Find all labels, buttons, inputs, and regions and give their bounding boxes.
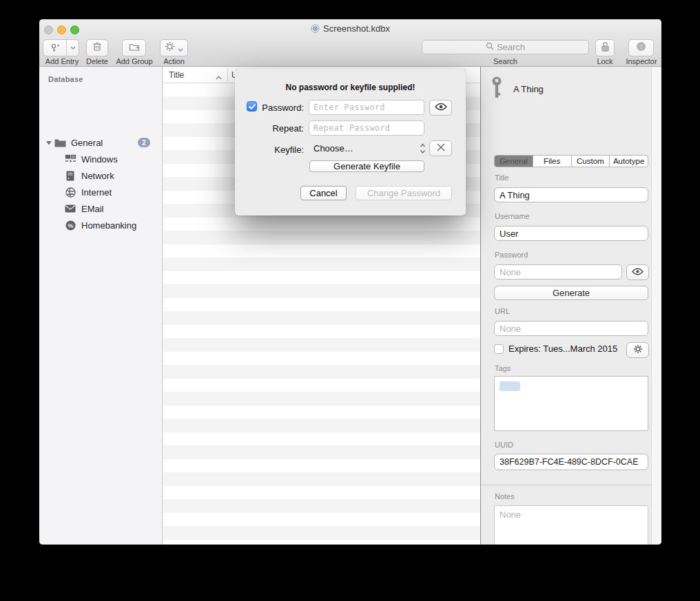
sidebar-item-email[interactable]: EMail (39, 202, 162, 215)
sort-ascending-icon[interactable] (216, 72, 222, 82)
title-label: Title (495, 173, 508, 182)
action-button[interactable] (160, 39, 188, 56)
expires-row: Expires: Tues...March 2015 (494, 344, 617, 354)
key-plus-icon (43, 43, 66, 54)
search-input[interactable]: Search (422, 40, 589, 54)
sidebar-item-label: Internet (81, 187, 112, 198)
envelope-icon (64, 204, 76, 213)
close-x-icon (437, 143, 445, 154)
generate-keyfile-button[interactable]: Generate Keyfile (309, 160, 424, 172)
sidebar-item-network[interactable]: Network (39, 169, 162, 182)
dialog-repeat-label: Repeat: (258, 123, 304, 134)
keyfile-popup[interactable]: Choose… (313, 143, 353, 154)
add-group-button[interactable] (122, 39, 146, 56)
url-field[interactable]: None (494, 321, 648, 336)
sidebar-item-label: Windows (81, 154, 118, 165)
enter-password-placeholder: Enter Password (313, 103, 385, 112)
clear-keyfile-button[interactable] (429, 140, 452, 156)
notes-field[interactable]: None (494, 505, 648, 545)
add-entry-caption: Add Entry (43, 57, 81, 65)
sidebar-item-label: General (71, 138, 103, 148)
show-password-button[interactable] (626, 264, 649, 280)
gear-icon (165, 41, 175, 54)
entry-header: A Thing (490, 76, 544, 102)
window-title-text: Screenshot.kdbx (323, 23, 390, 34)
desktop-background: Screenshot.kdbx Add Entry Delete (0, 0, 700, 601)
sidebar-item-general[interactable]: General 2 (39, 136, 162, 149)
folder-icon (54, 138, 66, 147)
inspector-panel: A Thing General Files Custom Autotype Ti… (480, 67, 661, 545)
server-icon (64, 171, 76, 181)
tab-autotype[interactable]: Autotype (610, 156, 648, 167)
titlebar[interactable]: Screenshot.kdbx (39, 19, 661, 39)
repeat-password-placeholder: Repeat Password (313, 123, 390, 133)
sidebar-item-label: Homebanking (81, 220, 136, 231)
sidebar-item-internet[interactable]: Internet (39, 185, 162, 199)
search-icon (486, 42, 494, 52)
inspector-button[interactable]: i (628, 39, 654, 56)
delete-caption: Delete (76, 57, 118, 65)
change-password-button[interactable]: Change Password (356, 186, 452, 200)
eye-icon (632, 267, 644, 277)
expires-settings-button[interactable] (626, 342, 649, 358)
password-field[interactable]: None (494, 264, 622, 280)
sidebar: Database General 2 Windows (39, 67, 163, 545)
checkmark-icon (249, 101, 256, 112)
disclosure-triangle-icon[interactable] (44, 140, 54, 145)
dialog-password-label: Password: (258, 103, 304, 113)
key-icon (490, 76, 504, 102)
uuid-field[interactable]: 38F629B7-FC4E-489C-8DCF-0CAE (494, 454, 648, 470)
cancel-button[interactable]: Cancel (300, 186, 347, 200)
column-header-title[interactable]: Title (169, 70, 184, 80)
stepper-icon[interactable] (420, 143, 426, 157)
inspector-scrollbar-track[interactable] (651, 67, 661, 545)
action-caption: Action (160, 57, 188, 65)
expires-checkbox[interactable] (494, 344, 504, 354)
tab-general[interactable]: General (495, 156, 533, 167)
delete-button[interactable] (86, 39, 108, 56)
tag-pill[interactable] (500, 381, 520, 391)
search-placeholder: Search (497, 42, 525, 52)
add-entry-button[interactable] (43, 39, 79, 56)
repeat-password-input[interactable]: Repeat Password (309, 120, 424, 136)
dialog-message: No password or keyfile supplied! (235, 83, 466, 92)
group-count-badge: 2 (138, 138, 150, 147)
dialog-show-password-button[interactable] (429, 100, 452, 116)
username-field[interactable]: User (494, 226, 648, 241)
sidebar-item-windows[interactable]: Windows (39, 152, 162, 166)
window-title: Screenshot.kdbx (39, 23, 661, 35)
add-entry-dropdown-arrow[interactable] (67, 46, 79, 50)
tab-files[interactable]: Files (533, 156, 572, 167)
enter-password-input[interactable]: Enter Password (309, 100, 424, 115)
section-divider (481, 485, 651, 485)
svg-text:%: % (68, 222, 73, 229)
folder-plus-icon (129, 42, 140, 54)
document-icon (311, 24, 320, 35)
dialog-keyfile-label: Keyfile: (258, 145, 304, 155)
add-group-caption: Add Group (112, 57, 156, 65)
column-divider[interactable] (227, 69, 228, 81)
generate-password-button[interactable]: Generate (494, 286, 648, 300)
info-icon: i (636, 41, 646, 54)
tags-field[interactable] (494, 376, 648, 431)
inspector-tabs: General Files Custom Autotype (494, 155, 648, 167)
lock-icon (601, 41, 610, 55)
expires-label: Expires: Tues...March 2015 (508, 344, 617, 354)
tab-custom[interactable]: Custom (572, 156, 610, 167)
uuid-label: UUID (495, 441, 513, 449)
title-field[interactable]: A Thing (494, 187, 648, 202)
window-chrome: Screenshot.kdbx Add Entry Delete (39, 19, 661, 67)
sidebar-item-label: EMail (81, 204, 104, 214)
sidebar-item-label: Network (81, 171, 114, 181)
svg-text:i: i (640, 43, 642, 50)
lock-button[interactable] (595, 39, 615, 56)
password-checkbox[interactable] (247, 101, 257, 112)
username-label: Username (495, 212, 530, 220)
sidebar-section-header: Database (48, 75, 83, 83)
app-window: Screenshot.kdbx Add Entry Delete (39, 19, 661, 545)
windows-network-icon (64, 154, 76, 164)
entry-title: A Thing (513, 84, 544, 94)
sidebar-item-homebanking[interactable]: % Homebanking (39, 218, 162, 232)
notes-label: Notes (495, 492, 515, 500)
change-password-dialog: No password or keyfile supplied! Passwor… (235, 69, 466, 215)
